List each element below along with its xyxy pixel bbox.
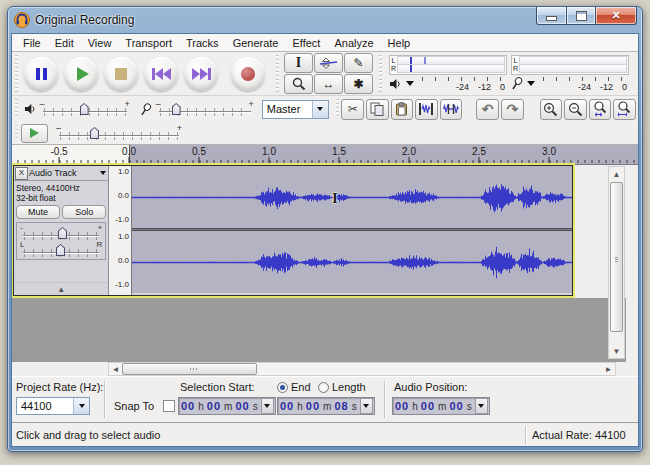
- audacity-window: Original Recording ✕ File Edit View Tran…: [7, 6, 643, 452]
- skip-to-end-button[interactable]: [184, 57, 218, 91]
- selection-end-dropdown-icon[interactable]: [360, 398, 373, 414]
- output-meter-dropdown[interactable]: [406, 81, 414, 86]
- input-meter-dropdown[interactable]: [527, 81, 535, 86]
- selection-start-dropdown-icon[interactable]: [261, 398, 274, 414]
- waveform-panel[interactable]: I: [132, 166, 572, 295]
- trim-audio-button[interactable]: [415, 99, 438, 120]
- play-button[interactable]: [64, 57, 98, 91]
- vertical-scrollbar-thumb[interactable]: [610, 182, 623, 332]
- scroll-right-icon[interactable]: ►: [602, 363, 615, 375]
- track-pan-slider[interactable]: LR: [20, 241, 102, 258]
- meter-toolbar-grip[interactable]: [377, 55, 384, 92]
- track-close-button[interactable]: X: [15, 167, 28, 180]
- cut-button[interactable]: ✂: [341, 99, 364, 120]
- track-format-line2: 32-bit float: [16, 193, 108, 203]
- stop-button[interactable]: [104, 57, 138, 91]
- undo-button[interactable]: ↶: [476, 99, 499, 120]
- mute-button[interactable]: Mute: [16, 205, 60, 219]
- end-radio[interactable]: End: [277, 381, 311, 393]
- selection-start-field[interactable]: 00h 00m 00s: [178, 397, 276, 415]
- menu-generate[interactable]: Generate: [226, 36, 286, 50]
- multi-tool-icon: ✱: [353, 77, 363, 91]
- time-shift-tool-button[interactable]: ↔: [314, 74, 343, 94]
- selection-end-field[interactable]: 00h 00m 08s: [277, 397, 375, 415]
- waveform-channel-right[interactable]: [132, 231, 572, 293]
- draw-tool-button[interactable]: ✎: [344, 53, 373, 73]
- menu-view[interactable]: View: [81, 36, 119, 50]
- input-meter-bars: L R: [511, 55, 629, 75]
- redo-button[interactable]: ↷: [501, 99, 524, 120]
- track-gain-slider-thumb[interactable]: [58, 227, 67, 239]
- playback-speed-slider-thumb[interactable]: [90, 127, 99, 139]
- close-button[interactable]: ✕: [596, 7, 637, 25]
- waveform-channel-left[interactable]: [132, 166, 572, 228]
- mixer-toolbar-grip[interactable]: [13, 99, 20, 119]
- play-icon: [77, 67, 89, 81]
- zoom-out-icon: [568, 102, 583, 117]
- output-meter[interactable]: L R: [389, 55, 507, 93]
- input-volume-slider-thumb[interactable]: [172, 103, 181, 115]
- menu-tracks[interactable]: Tracks: [179, 36, 226, 50]
- scroll-left-icon[interactable]: ◄: [109, 363, 122, 375]
- menu-transport[interactable]: Transport: [118, 36, 179, 50]
- audio-position-dropdown-icon[interactable]: [475, 398, 488, 414]
- paste-button[interactable]: [391, 99, 414, 120]
- skip-to-start-button[interactable]: [144, 57, 178, 91]
- zoom-tool-button[interactable]: [284, 74, 313, 94]
- snap-to-checkbox[interactable]: [163, 400, 175, 412]
- audio-position-field[interactable]: 00h 00m 00s: [392, 397, 490, 415]
- zoom-out-button[interactable]: [564, 99, 587, 120]
- input-source-select[interactable]: Master: [262, 100, 329, 119]
- audio-track[interactable]: X Audio Track Stereo, 44100Hz 32-bit flo…: [13, 165, 573, 296]
- menu-analyze[interactable]: Analyze: [327, 36, 380, 50]
- toolbar-row-2: –+ –+ Master ✂: [12, 96, 638, 122]
- input-volume-slider[interactable]: –+: [156, 100, 254, 118]
- length-radio[interactable]: Length: [318, 381, 366, 393]
- vertical-scrollbar[interactable]: ▲ ▼: [608, 166, 625, 359]
- menu-edit[interactable]: Edit: [48, 36, 81, 50]
- track-menu-dropdown-icon: [100, 171, 106, 175]
- selection-tool-button[interactable]: I: [284, 53, 313, 73]
- transcription-toolbar-grip[interactable]: [13, 125, 20, 141]
- maximize-button[interactable]: [567, 7, 596, 25]
- menu-file[interactable]: File: [16, 36, 48, 50]
- track-menu-button[interactable]: Audio Track: [29, 168, 108, 178]
- horizontal-scrollbar-thumb[interactable]: [122, 363, 257, 375]
- multi-tool-button[interactable]: ✱: [344, 74, 373, 94]
- zoom-in-button[interactable]: [540, 99, 563, 120]
- vertical-ruler: 1.0 0.0 -1.0 1.0 0.0 -1.0: [109, 166, 132, 295]
- solo-button[interactable]: Solo: [62, 205, 106, 219]
- edit-toolbar-grip[interactable]: [334, 99, 341, 119]
- fit-selection-button[interactable]: [589, 99, 612, 120]
- track-area-background[interactable]: [12, 298, 626, 362]
- silence-audio-button[interactable]: [440, 99, 463, 120]
- menu-help[interactable]: Help: [381, 36, 418, 50]
- input-meter[interactable]: L R: [511, 55, 629, 93]
- track-collapse-button[interactable]: ▲: [14, 282, 108, 295]
- minimize-button[interactable]: [536, 7, 567, 25]
- playback-speed-slider[interactable]: –+: [56, 124, 182, 142]
- pause-button[interactable]: [24, 57, 58, 91]
- project-rate-select[interactable]: 44100: [16, 397, 90, 415]
- output-volume-slider-thumb[interactable]: [80, 103, 89, 115]
- input-meter-label-left: L: [512, 57, 519, 65]
- track-area[interactable]: X Audio Track Stereo, 44100Hz 32-bit flo…: [12, 165, 638, 362]
- envelope-tool-button[interactable]: [314, 53, 343, 73]
- menu-effect[interactable]: Effect: [286, 36, 328, 50]
- title-bar[interactable]: Original Recording ✕: [11, 7, 639, 33]
- window-title: Original Recording: [35, 13, 134, 27]
- play-at-speed-button[interactable]: [21, 124, 48, 143]
- timeline-ruler[interactable]: -0.50.00.51.01.52.02.53.0: [12, 145, 638, 165]
- copy-button[interactable]: [366, 99, 389, 120]
- scroll-up-icon[interactable]: ▲: [609, 167, 624, 181]
- scroll-down-icon[interactable]: ▼: [609, 344, 624, 358]
- track-gain-slider[interactable]: -+: [20, 224, 102, 241]
- track-control-panel[interactable]: X Audio Track Stereo, 44100Hz 32-bit flo…: [14, 166, 109, 295]
- transport-toolbar-grip[interactable]: [13, 55, 20, 92]
- tools-toolbar-grip[interactable]: [274, 55, 281, 92]
- horizontal-scrollbar[interactable]: ◄ ►: [108, 362, 616, 376]
- record-button[interactable]: [231, 57, 265, 91]
- track-pan-slider-thumb[interactable]: [56, 244, 65, 256]
- fit-project-button[interactable]: [613, 99, 636, 120]
- output-volume-slider[interactable]: –+: [40, 100, 130, 118]
